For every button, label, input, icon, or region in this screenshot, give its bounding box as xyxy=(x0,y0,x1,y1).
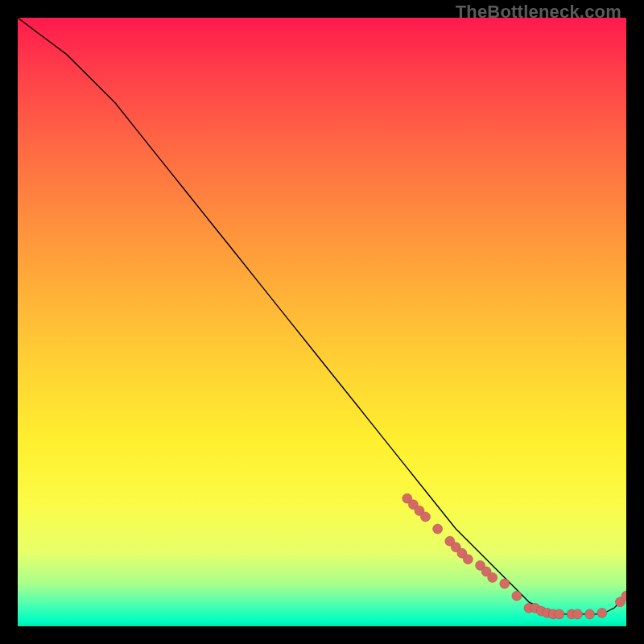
gradient-plot-area xyxy=(18,18,626,626)
watermark-text: TheBottleneck.com xyxy=(456,2,621,23)
